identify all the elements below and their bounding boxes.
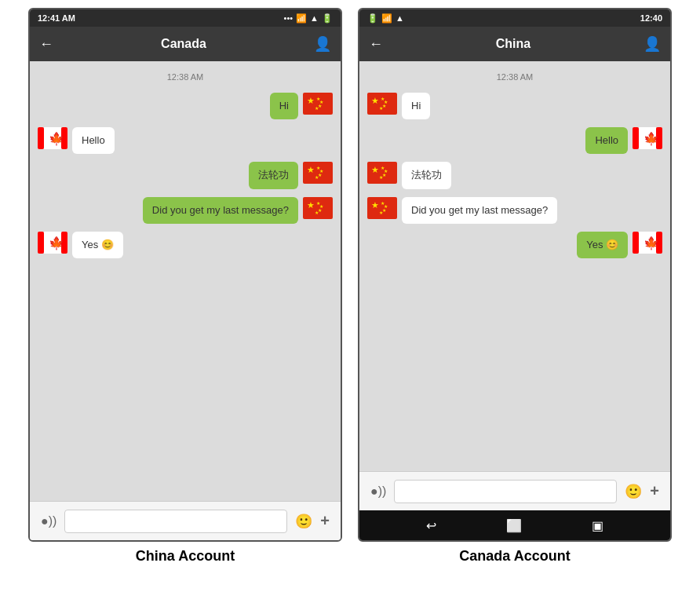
left-bubble-1: Hi [270, 93, 298, 119]
svg-text:🍁: 🍁 [643, 131, 659, 146]
svg-text:★: ★ [371, 200, 379, 210]
svg-text:★: ★ [371, 165, 379, 174]
right-back-button[interactable]: ← [369, 36, 383, 53]
left-msg-5: 🍁 Yes 😊 [38, 232, 333, 258]
svg-text:★: ★ [315, 210, 319, 215]
svg-rect-6 [38, 127, 44, 149]
svg-text:🍁: 🍁 [49, 236, 64, 250]
left-timestamp: 12:38 AM [38, 72, 333, 82]
left-emoji-button[interactable]: 🙂 [295, 513, 312, 530]
right-android-nav: ↩ ⬜ ▣ [359, 510, 670, 540]
left-bottom-bar: ●)) 🙂 + [30, 501, 341, 540]
right-emoji-button[interactable]: 🙂 [625, 483, 642, 500]
left-china-flag-4: ★ ★ ★ ★ ★ [303, 197, 333, 219]
right-nav-title: China [496, 37, 530, 51]
right-msg-2: 🍁 Hello [367, 127, 662, 154]
right-add-button[interactable]: + [650, 482, 659, 500]
right-input-field[interactable] [394, 480, 617, 503]
left-msg-3: ★ ★ ★ ★ ★ 法轮功 [38, 162, 333, 188]
right-msg-5: 🍁 Yes 😊 [367, 232, 662, 258]
left-phone: 12:41 AM ••• 📶 ▲ 🔋 ← Canada 👤 12:38 AM [28, 8, 342, 542]
phones-container: 12:41 AM ••• 📶 ▲ 🔋 ← Canada 👤 12:38 AM [0, 0, 700, 565]
svg-rect-48 [633, 232, 639, 254]
left-chat-area: 12:38 AM ★ ★ ★ ★ ★ Hi [30, 61, 341, 501]
svg-text:★: ★ [371, 96, 379, 105]
right-bubble-5: Yes 😊 [577, 232, 628, 258]
left-time: 12:41 AM [38, 13, 75, 23]
left-bubble-2: Hello [72, 127, 115, 154]
left-msg-1: ★ ★ ★ ★ ★ Hi [38, 93, 333, 119]
right-chat-area: 12:38 AM ★ ★ ★ ★ ★ Hi [359, 61, 670, 471]
svg-text:★: ★ [307, 96, 315, 105]
svg-text:🍁: 🍁 [49, 131, 64, 146]
left-bubble-4: Did you get my last message? [143, 197, 298, 224]
svg-text:★: ★ [379, 175, 383, 180]
left-wifi-icon: 📶 [296, 13, 307, 24]
right-voice-button[interactable]: ●)) [370, 484, 386, 499]
right-android-home[interactable]: ⬜ [506, 518, 522, 533]
right-android-back[interactable]: ↩ [426, 518, 436, 533]
right-signal-bars: ▲ [396, 13, 404, 23]
right-bubble-3: 法轮功 [402, 162, 451, 188]
right-timestamp: 12:38 AM [367, 72, 662, 82]
right-nav-bar: ← China 👤 [359, 27, 670, 61]
left-battery-icon: 🔋 [322, 13, 333, 24]
right-canada-flag-2: 🍁 [633, 127, 662, 149]
svg-text:★: ★ [307, 200, 315, 210]
right-china-flag-1: ★ ★ ★ ★ ★ [367, 93, 397, 115]
left-input-field[interactable] [64, 510, 287, 533]
svg-rect-22 [38, 232, 44, 254]
right-msg-3: ★ ★ ★ ★ ★ 法轮功 [367, 162, 662, 188]
left-bubble-5: Yes 😊 [72, 232, 123, 258]
left-status-icons: ••• 📶 ▲ 🔋 [284, 13, 333, 24]
right-phone-label: Canada Account [459, 548, 570, 565]
right-time: 12:40 [640, 13, 662, 23]
right-bottom-bar: ●)) 🙂 + [359, 471, 670, 510]
left-phone-label: China Account [136, 548, 235, 565]
left-msg-2: 🍁 Hello [38, 127, 333, 154]
svg-text:★: ★ [315, 175, 319, 180]
right-canada-flag-5: 🍁 [633, 232, 662, 254]
right-signal-icon: 📶 [381, 13, 392, 24]
svg-rect-32 [633, 127, 639, 149]
svg-text:★: ★ [307, 165, 315, 174]
left-msg-4: ★ ★ ★ ★ ★ Did you get my last message? [38, 197, 333, 224]
left-signal-icon: ▲ [310, 13, 319, 23]
right-phone: 🔋 📶 ▲ 12:40 ← China 👤 12:38 AM [358, 8, 672, 542]
left-voice-button[interactable]: ●)) [41, 514, 57, 528]
left-add-button[interactable]: + [320, 512, 330, 530]
right-profile-icon[interactable]: 👤 [643, 35, 661, 53]
svg-text:🍁: 🍁 [643, 236, 659, 250]
right-bubble-1: Hi [402, 93, 430, 119]
left-nav-bar: ← Canada 👤 [30, 27, 341, 61]
right-bubble-4: Did you get my last message? [402, 197, 557, 224]
right-status-bar: 🔋 📶 ▲ 12:40 [359, 9, 670, 27]
right-battery-icon: 🔋 [367, 13, 378, 24]
right-msg-1: ★ ★ ★ ★ ★ Hi [367, 93, 662, 119]
right-status-icons-left: 🔋 📶 ▲ [367, 13, 404, 24]
right-china-flag-4: ★ ★ ★ ★ ★ [367, 197, 397, 219]
right-china-flag-3: ★ ★ ★ ★ ★ [367, 162, 397, 184]
left-china-flag-3: ★ ★ ★ ★ ★ [303, 162, 333, 184]
left-back-button[interactable]: ← [39, 36, 53, 53]
left-status-bar: 12:41 AM ••• 📶 ▲ 🔋 [30, 9, 341, 27]
left-china-flag-1: ★ ★ ★ ★ ★ [303, 93, 333, 115]
left-nav-title: Canada [161, 37, 206, 51]
left-signal-dots: ••• [284, 13, 293, 23]
left-profile-icon[interactable]: 👤 [314, 35, 331, 53]
svg-text:★: ★ [315, 106, 319, 111]
right-phone-wrapper: 🔋 📶 ▲ 12:40 ← China 👤 12:38 AM [350, 8, 680, 565]
right-msg-4: ★ ★ ★ ★ ★ Did you get my last message? [367, 197, 662, 224]
right-android-recent[interactable]: ▣ [592, 518, 603, 533]
left-canada-flag-2: 🍁 [38, 127, 67, 149]
left-phone-wrapper: 12:41 AM ••• 📶 ▲ 🔋 ← Canada 👤 12:38 AM [20, 8, 350, 565]
left-bubble-3: 法轮功 [249, 162, 298, 188]
svg-text:★: ★ [379, 210, 383, 215]
right-bubble-2: Hello [585, 127, 628, 154]
svg-text:★: ★ [379, 106, 383, 111]
left-canada-flag-5: 🍁 [38, 232, 67, 254]
